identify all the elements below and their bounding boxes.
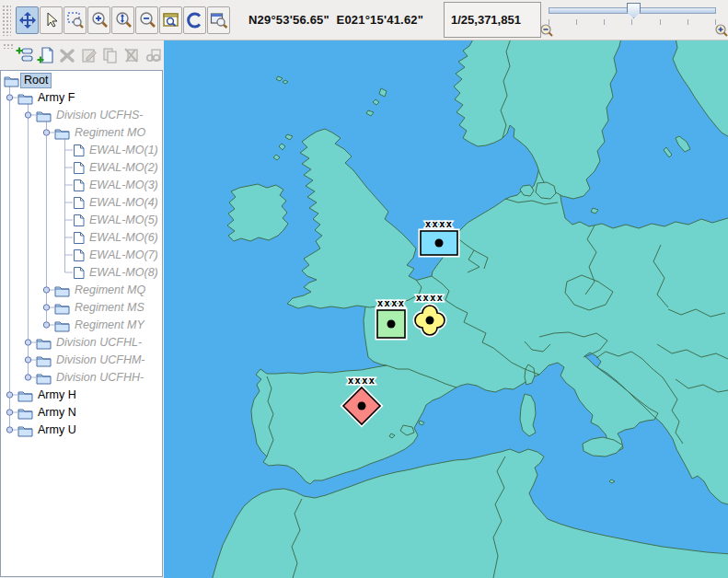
folder-icon [36, 110, 52, 122]
tree-item-division-ucfhs[interactable]: Division UCFHS- [1, 107, 162, 124]
document-icon [73, 231, 85, 245]
document-icon [73, 196, 85, 210]
folder-icon [36, 354, 52, 367]
slider-zoom-in-icon [715, 24, 728, 38]
copy-button[interactable] [100, 44, 121, 66]
pan-icon [18, 11, 37, 29]
echelon-label: xxxx [348, 375, 376, 387]
tree-item-army-u[interactable]: Army U [1, 422, 162, 439]
folder-icon [36, 337, 52, 350]
zoom-region-icon [210, 11, 228, 29]
unit-center-dot [387, 320, 396, 329]
zoom-in-button[interactable] [87, 6, 110, 34]
zoom-out-button[interactable] [135, 6, 158, 34]
delete-button[interactable] [57, 44, 77, 66]
tree-item-regiment-ms[interactable]: Regiment MS [1, 299, 162, 317]
overview-window-button[interactable] [159, 6, 182, 34]
add-report-button[interactable] [36, 44, 56, 66]
unit-center-dot [358, 402, 366, 410]
delete-icon [58, 46, 76, 64]
tree-toolbar-drag-handle[interactable] [3, 43, 14, 49]
document-icon [73, 179, 85, 192]
zoom-slider-ticks [549, 19, 716, 26]
land-sardinia [520, 394, 536, 436]
slider-zoom-out-button[interactable] [539, 24, 554, 39]
coordinate-readout: N29°53'56.65" E021°15'41.62" [248, 13, 423, 27]
tree-item-ewal-mo-7[interactable]: EWAL-MO(7) [1, 247, 162, 264]
tree-item-ewal-mo-5[interactable]: EWAL-MO(5) [1, 212, 162, 229]
echelon-label: xxxx [425, 218, 454, 230]
view-icon [144, 46, 163, 64]
tree-item-regiment-mq[interactable]: Regiment MQ [1, 282, 162, 299]
refresh-icon [186, 11, 204, 29]
tree-item-army-h[interactable]: Army H [1, 387, 162, 404]
document-icon [73, 214, 85, 227]
echelon-label: xxxx [416, 292, 445, 304]
document-icon [73, 266, 85, 280]
zoom-region-button[interactable] [207, 6, 230, 34]
order-of-battle-tree: Root Army F Division UCFHS- Regiment MO … [0, 70, 163, 577]
echelon-label: xxxx [377, 297, 406, 309]
select-button[interactable] [40, 6, 63, 34]
tree-item-regiment-mo[interactable]: Regiment MO [1, 124, 162, 142]
zoom-out-icon [138, 11, 156, 29]
zoom-in-icon [90, 11, 109, 29]
land-ireland [227, 184, 288, 241]
tree-item-army-n[interactable]: Army N [1, 404, 162, 422]
folder-icon [54, 319, 70, 332]
refresh-button[interactable] [183, 6, 206, 34]
tree-item-regiment-my[interactable]: Regiment MY [1, 317, 162, 334]
overview-window-icon [162, 11, 180, 29]
unit-friendly-army[interactable]: xxxx [421, 218, 457, 255]
map-toolbar: N29°53'56.65" E021°15'41.62" 1/25,371,85… [0, 0, 728, 40]
tree-item-ewal-mo-3[interactable]: EWAL-MO(3) [1, 177, 162, 194]
tree-item-ewal-mo-6[interactable]: EWAL-MO(6) [1, 229, 162, 247]
tree-item-army-f[interactable]: Army F [1, 89, 162, 107]
scale-field[interactable]: 1/25,371,851 [444, 2, 541, 38]
unit-center-dot [435, 239, 444, 248]
zoom-slider-thumb[interactable] [627, 3, 641, 18]
tree-toolbar [0, 40, 164, 70]
tree-item-ewal-mo-2[interactable]: EWAL-MO(2) [1, 159, 162, 177]
tree-item-division-ucfhm[interactable]: Division UCFHM- [1, 352, 162, 369]
add-unit-icon [16, 46, 34, 64]
map-view[interactable]: xxxx xxxx xxxx xx [164, 40, 728, 578]
zoom-dynamic-icon [114, 11, 133, 29]
tree-item-division-ucfhh[interactable]: Division UCFHH- [1, 369, 162, 387]
zoom-rectangle-button[interactable] [64, 6, 87, 34]
unit-neutral-army[interactable]: xxxx [377, 297, 406, 338]
folder-icon [54, 284, 70, 297]
edit-button[interactable] [79, 44, 99, 66]
view-button[interactable] [144, 44, 164, 66]
zoom-dynamic-button[interactable] [111, 6, 134, 34]
tree-item-root[interactable]: Root [1, 72, 162, 89]
tree-item-ewal-mo-4[interactable]: EWAL-MO(4) [1, 194, 162, 212]
folder-icon [17, 424, 33, 437]
cut-icon [122, 46, 141, 64]
unit-center-dot [426, 317, 434, 325]
document-icon [73, 249, 85, 262]
zoom-slider [545, 1, 725, 40]
order-of-battle-panel: Root Army F Division UCFHS- Regiment MO … [0, 40, 164, 578]
unit-unknown-army[interactable]: xxxx [415, 292, 445, 335]
folder-icon [17, 407, 33, 420]
zoom-rectangle-icon [66, 11, 85, 29]
add-report-icon [37, 46, 55, 64]
slider-zoom-out-icon [540, 24, 554, 38]
cut-button[interactable] [121, 44, 142, 66]
tree-item-ewal-mo-1[interactable]: EWAL-MO(1) [1, 142, 162, 159]
toolbar-drag-handle[interactable] [2, 5, 11, 36]
folder-icon [54, 302, 70, 315]
folder-icon [36, 372, 52, 385]
copy-icon [101, 46, 120, 64]
pan-button[interactable] [16, 6, 39, 34]
document-icon [73, 161, 85, 175]
folder-icon [4, 75, 19, 87]
tree-item-ewal-mo-8[interactable]: EWAL-MO(8) [1, 264, 162, 282]
document-icon [73, 144, 85, 157]
map-canvas[interactable]: xxxx xxxx xxxx xx [164, 40, 728, 578]
slider-zoom-in-button[interactable] [714, 24, 728, 39]
tree-item-division-ucfhl[interactable]: Division UCFHL- [1, 334, 162, 352]
edit-icon [80, 46, 98, 64]
add-unit-button[interactable] [15, 44, 35, 66]
